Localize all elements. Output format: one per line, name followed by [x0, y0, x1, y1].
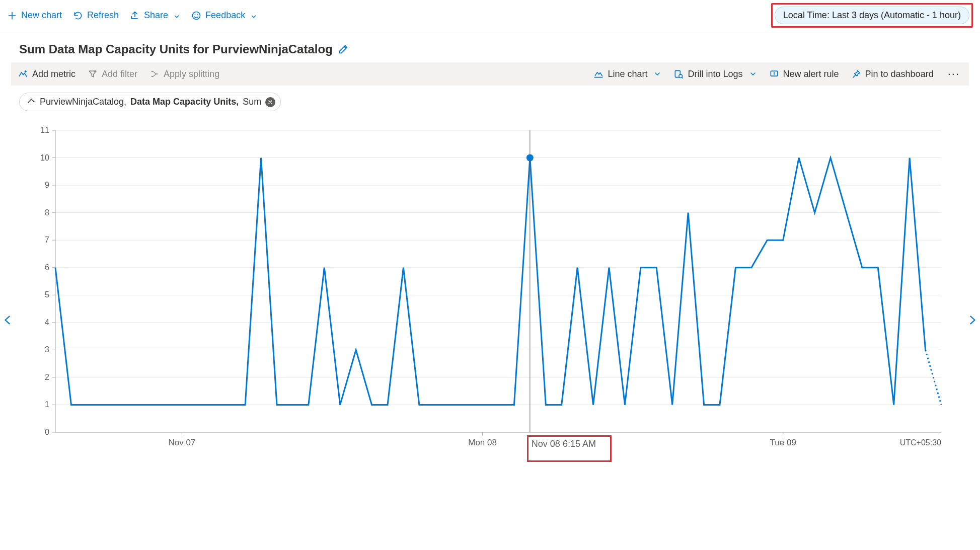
chart-title-row: Sum Data Map Capacity Units for PurviewN… — [0, 33, 980, 62]
new-chart-button[interactable]: New chart — [7, 10, 62, 21]
svg-text:1: 1 — [45, 400, 49, 409]
line-chart-icon — [593, 69, 604, 79]
time-range-highlight: Local Time: Last 3 days (Automatic - 1 h… — [771, 3, 973, 28]
metric-chip-aggregation: Sum — [243, 97, 261, 107]
svg-point-8 — [679, 74, 683, 78]
add-metric-button[interactable]: Add metric — [18, 69, 76, 80]
svg-text:9: 9 — [45, 181, 49, 189]
command-bar-left: New chart Refresh Share Feedback — [7, 10, 257, 21]
new-alert-label: New alert rule — [783, 69, 839, 80]
svg-point-0 — [193, 12, 200, 19]
svg-text:10: 10 — [40, 153, 49, 162]
metric-toolbar: Add metric Add filter Apply splitting Li… — [11, 62, 969, 86]
pin-dashboard-label: Pin to dashboard — [865, 69, 934, 80]
remove-metric-button[interactable] — [265, 97, 275, 107]
chart-title: Sum Data Map Capacity Units for PurviewN… — [19, 42, 333, 56]
metric-chip-resource: PurviewNinjaCatalog, — [40, 97, 126, 107]
chevron-down-icon — [173, 12, 180, 19]
metric-toolbar-right: Line chart Drill into Logs New alert rul… — [593, 67, 962, 81]
new-alert-rule-button[interactable]: New alert rule — [769, 69, 839, 80]
apply-splitting-label: Apply splitting — [164, 69, 219, 80]
chart-area: 01234567891011Nov 07Mon 08Tue 09UTC+05:3… — [20, 125, 960, 467]
svg-text:0: 0 — [45, 428, 49, 436]
share-label: Share — [144, 10, 168, 21]
svg-text:5: 5 — [45, 290, 49, 299]
metric-series-icon — [27, 96, 36, 108]
svg-point-2 — [197, 14, 198, 15]
svg-text:7: 7 — [45, 235, 49, 244]
svg-text:8: 8 — [45, 208, 49, 217]
metric-icon — [18, 69, 28, 79]
smiley-icon — [191, 11, 201, 21]
alert-icon — [769, 69, 779, 79]
svg-text:2: 2 — [45, 373, 49, 381]
more-menu-button[interactable]: ··· — [946, 67, 962, 81]
refresh-label: Refresh — [87, 10, 119, 21]
metric-chip-row: PurviewNinjaCatalog, Data Map Capacity U… — [0, 86, 980, 111]
drill-into-logs-label: Drill into Logs — [688, 69, 742, 80]
line-chart[interactable]: 01234567891011Nov 07Mon 08Tue 09UTC+05:3… — [20, 125, 956, 467]
pin-dashboard-button[interactable]: Pin to dashboard — [851, 69, 934, 80]
filter-icon — [88, 69, 98, 79]
edit-title-button[interactable] — [338, 44, 349, 55]
apply-splitting-button[interactable]: Apply splitting — [149, 69, 219, 80]
plus-icon — [7, 11, 17, 21]
command-bar: New chart Refresh Share Feedback — [0, 0, 980, 33]
add-metric-label: Add metric — [32, 69, 76, 80]
time-range-label: Local Time: Last 3 days (Automatic - 1 h… — [783, 10, 961, 20]
feedback-label: Feedback — [205, 10, 245, 21]
metric-toolbar-left: Add metric Add filter Apply splitting — [18, 69, 219, 80]
chart-type-label: Line chart — [608, 69, 647, 80]
new-chart-label: New chart — [21, 10, 62, 21]
svg-text:6: 6 — [45, 263, 49, 272]
time-next-button[interactable] — [967, 312, 978, 328]
svg-text:3: 3 — [45, 345, 49, 354]
time-range-button[interactable]: Local Time: Last 3 days (Automatic - 1 h… — [775, 7, 969, 24]
svg-text:Mon 08: Mon 08 — [468, 438, 497, 447]
svg-point-1 — [195, 14, 196, 15]
chart-type-button[interactable]: Line chart — [593, 69, 661, 80]
feedback-button[interactable]: Feedback — [191, 10, 257, 21]
chevron-down-icon — [250, 12, 257, 19]
metric-chip[interactable]: PurviewNinjaCatalog, Data Map Capacity U… — [19, 93, 281, 111]
metric-chip-metric: Data Map Capacity Units, — [130, 97, 239, 107]
refresh-button[interactable]: Refresh — [73, 10, 119, 21]
share-icon — [130, 11, 140, 21]
add-filter-label: Add filter — [102, 69, 137, 80]
svg-text:Tue 09: Tue 09 — [770, 438, 796, 447]
splitting-icon — [149, 69, 160, 79]
svg-text:4: 4 — [45, 318, 49, 327]
chevron-down-icon — [653, 70, 661, 78]
logs-icon — [673, 69, 684, 79]
add-filter-button[interactable]: Add filter — [88, 69, 137, 80]
refresh-icon — [73, 11, 83, 21]
chevron-down-icon — [749, 70, 757, 78]
time-prev-button[interactable] — [2, 312, 13, 328]
svg-text:11: 11 — [40, 126, 49, 134]
drill-into-logs-button[interactable]: Drill into Logs — [673, 69, 757, 80]
pin-icon — [851, 69, 861, 79]
svg-point-59 — [526, 154, 534, 162]
svg-text:Nov 07: Nov 07 — [168, 438, 195, 447]
svg-text:UTC+05:30: UTC+05:30 — [900, 438, 941, 447]
share-button[interactable]: Share — [130, 10, 180, 21]
